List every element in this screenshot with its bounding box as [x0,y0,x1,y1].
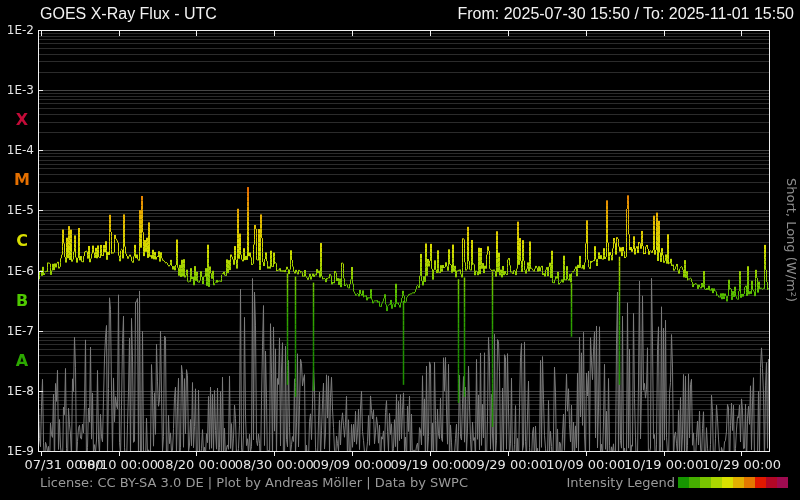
x-axis-label: 10/29 00:00 [691,457,791,472]
intensity-legend-gradient [678,477,788,488]
right-axis-label: Short, Long (W/m²) [784,178,799,302]
legend-swatch [755,477,766,488]
legend-swatch [744,477,755,488]
legend-swatch [722,477,733,488]
xray-flux-chart-canvas [0,0,800,500]
license-text: License: CC BY-SA 3.0 DE | Plot by Andre… [40,475,468,490]
intensity-legend: Intensity Legend [567,475,788,490]
legend-swatch [678,477,689,488]
legend-swatch [777,477,788,488]
y-axis-label: 1E-9 [0,444,34,458]
page-title: GOES X-Ray Flux - UTC [40,5,217,23]
time-range-label: From: 2025-07-30 15:50 / To: 2025-11-01 … [457,5,794,23]
legend-swatch [733,477,744,488]
flare-class-label-x: X [10,111,34,129]
y-axis-label: 1E-2 [0,23,34,37]
flare-class-label-m: M [10,171,34,189]
flare-class-label-c: C [10,232,34,250]
goes-xray-flux-page: GOES X-Ray Flux - UTC From: 2025-07-30 1… [0,0,800,500]
y-axis-label: 1E-5 [0,203,34,217]
y-axis-label: 1E-4 [0,143,34,157]
legend-swatch [711,477,722,488]
legend-swatch [689,477,700,488]
y-axis-label: 1E-3 [0,83,34,97]
intensity-legend-label: Intensity Legend [567,475,675,490]
y-axis-label: 1E-8 [0,384,34,398]
y-axis-label: 1E-6 [0,264,34,278]
flare-class-label-b: B [10,292,34,310]
legend-swatch [766,477,777,488]
y-axis-label: 1E-7 [0,324,34,338]
flare-class-label-a: A [10,352,34,370]
legend-swatch [700,477,711,488]
